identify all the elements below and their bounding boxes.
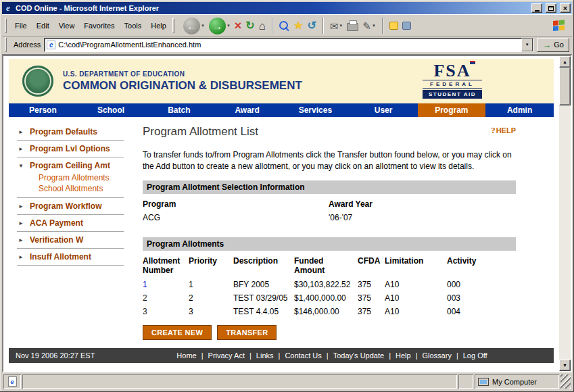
scroll-down-button[interactable]: ▼ [559, 360, 571, 371]
forward-dropdown-icon[interactable]: ▼ [226, 24, 231, 28]
cell-cfda: 375 [358, 278, 385, 291]
menu-toolbar-row: File Edit View Favorites Tools Help ← ▼ … [2, 14, 572, 37]
research-button[interactable] [402, 22, 411, 30]
allotment-number-link[interactable]: 2 [143, 293, 147, 303]
footer-link-privacy-act[interactable]: Privacy Act [208, 351, 245, 360]
address-dropdown-button[interactable]: ▼ [521, 39, 533, 51]
cell-description: BFY 2005 [233, 278, 294, 291]
address-grip[interactable] [5, 37, 7, 52]
address-bar-row: Address e C:\cod\ProgramAllotmentListEnh… [2, 37, 572, 55]
sidebar-item-program-defaults[interactable]: ► Program Defaults [17, 124, 124, 141]
sidebar-subitem-program-allotments[interactable]: Program Allotments [39, 172, 124, 183]
sidebar-item-program-lvl-options[interactable]: ► Program Lvl Options [17, 141, 124, 157]
nav-tab-services[interactable]: Services [281, 103, 350, 117]
cell-limitation: A10 [385, 278, 447, 291]
back-button[interactable]: ← ▼ [183, 18, 205, 34]
col-funded-amount: Funded Amount [294, 255, 358, 278]
nav-tab-program[interactable]: Program [418, 103, 486, 117]
sidebar-item-aca-payment[interactable]: ► ACA Payment [17, 215, 124, 232]
mail-dropdown-icon[interactable]: ▼ [339, 24, 343, 28]
vertical-scrollbar[interactable]: ▲ ▼ [559, 56, 571, 371]
fsa-logo: FSA FEDERAL STUDENT AID [423, 64, 482, 99]
nav-tab-award[interactable]: Award [213, 103, 281, 117]
footer-link-contact-us[interactable]: Contact Us [285, 351, 321, 360]
print-button[interactable] [347, 20, 358, 31]
menu-tools[interactable]: Tools [120, 20, 147, 32]
footer-link-home[interactable]: Home [176, 351, 196, 360]
minimize-button[interactable] [531, 3, 542, 13]
history-button[interactable]: ↺ [307, 20, 316, 31]
go-label: Go [554, 41, 564, 49]
page-status-icon: e [8, 376, 17, 387]
allotment-number-link[interactable]: 3 [143, 307, 147, 316]
resize-grip[interactable] [560, 374, 571, 389]
edit-dropdown-icon[interactable]: ▼ [372, 24, 376, 28]
ie-application-icon: e [3, 3, 13, 14]
cell-priority: 1 [189, 278, 233, 291]
address-input[interactable]: e C:\cod\ProgramAllotmentListEnhanced.ht… [44, 38, 533, 52]
maximize-icon [548, 6, 554, 11]
edit-button[interactable]: ✎ ▼ [362, 21, 376, 31]
sidebar-item-verification-w[interactable]: ► Verification W [17, 232, 124, 249]
toolbar-grip[interactable] [5, 18, 7, 33]
footer-link-glossary[interactable]: Glossary [422, 351, 451, 360]
page-footer: Nov 19 2006 20:27 EST Home| Privacy Act|… [9, 348, 554, 363]
home-button[interactable]: ⌂ [259, 20, 266, 32]
nav-tab-person[interactable]: Person [9, 103, 77, 117]
back-dropdown-icon[interactable]: ▼ [201, 24, 205, 28]
allotment-number-link[interactable]: 1 [143, 280, 147, 289]
go-button[interactable]: → Go [537, 38, 569, 52]
cell-activity: 003 [447, 291, 516, 305]
collapsed-arrow-icon: ► [18, 254, 27, 260]
stop-button[interactable]: × [235, 20, 242, 32]
forward-button[interactable]: → ▼ [209, 18, 231, 34]
scrollbar-track[interactable] [559, 105, 571, 360]
scroll-up-button[interactable]: ▲ [559, 56, 571, 68]
favorites-button[interactable]: ★ [293, 20, 303, 31]
transfer-button[interactable]: TRANSFER [217, 325, 277, 340]
nav-tab-batch[interactable]: Batch [145, 103, 214, 117]
collapsed-arrow-icon: ► [18, 203, 27, 210]
print-icon [347, 23, 358, 31]
maximize-button[interactable] [546, 3, 556, 13]
discuss-button[interactable] [389, 22, 398, 30]
my-computer-icon [478, 378, 489, 386]
sidebar-item-insuff-allotment[interactable]: ► Insuff Allotment [17, 249, 124, 266]
mail-button[interactable]: ✉ ▼ [330, 21, 343, 31]
col-priority: Priority [189, 255, 233, 278]
footer-link-todays-update[interactable]: Today's Update [333, 351, 384, 360]
footer-link-help[interactable]: Help [396, 351, 411, 360]
back-icon: ← [183, 18, 200, 34]
help-link[interactable]: ? HELP [491, 125, 516, 136]
sidebar-item-program-workflow[interactable]: ► Program Workflow [17, 198, 124, 215]
award-year-value: '06-'07 [329, 209, 516, 229]
menu-file[interactable]: File [10, 20, 32, 32]
footer-link-links[interactable]: Links [256, 351, 274, 360]
col-limitation: Limitation [385, 255, 447, 278]
nav-tab-user[interactable]: User [350, 103, 418, 117]
cell-priority: 3 [189, 305, 233, 318]
search-button[interactable] [279, 21, 289, 31]
toolbar-grip-2[interactable] [172, 18, 174, 33]
menu-view[interactable]: View [54, 20, 80, 32]
menu-help[interactable]: Help [146, 20, 171, 32]
menu-edit[interactable]: Edit [32, 20, 54, 32]
scroll-thumb[interactable] [559, 68, 571, 105]
nav-tab-school[interactable]: School [77, 103, 145, 117]
standard-toolbar: ← ▼ → ▼ × ↻ ⌂ ★ ↺ [183, 18, 571, 34]
sidebar-item-program-ceiling-amt-header[interactable]: ▼ Program Ceiling Amt [18, 161, 124, 170]
intro-text: To transfer funds to/from Program Allotm… [143, 149, 516, 172]
create-new-button[interactable]: CREATE NEW [143, 325, 212, 340]
nav-tab-admin[interactable]: Admin [485, 103, 554, 117]
collapsed-arrow-icon: ► [18, 237, 27, 243]
history-icon: ↺ [307, 20, 316, 31]
cell-limitation: A10 [385, 291, 447, 305]
sidebar-subitem-school-allotments[interactable]: School Allotments [39, 183, 124, 194]
footer-link-log-off[interactable]: Log Off [463, 351, 487, 360]
cell-description: TEST 03/29/05 [233, 291, 294, 305]
menu-favorites[interactable]: Favorites [79, 20, 119, 32]
cell-cfda: 375 [358, 305, 385, 318]
window-title: COD Online - Microsoft Internet Explorer [16, 4, 528, 12]
refresh-button[interactable]: ↻ [245, 20, 254, 31]
close-button[interactable]: × [560, 3, 571, 13]
